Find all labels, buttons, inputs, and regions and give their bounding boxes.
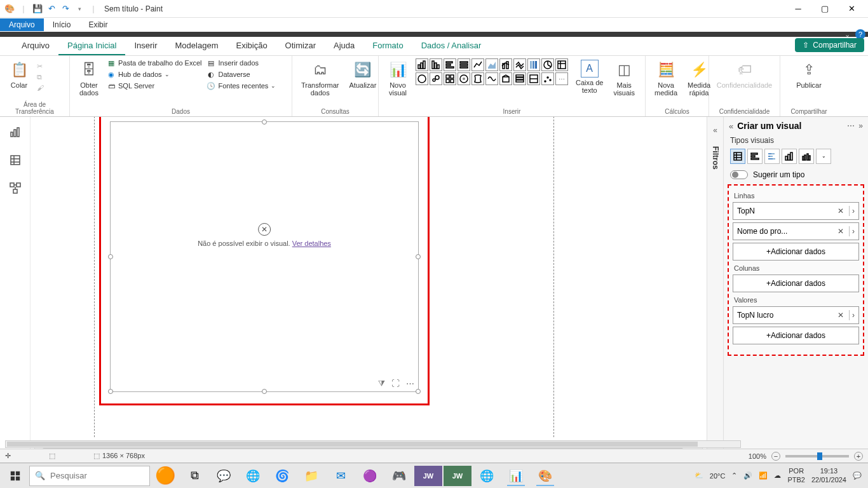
share-button[interactable]: ⇧ Compartilhar: [795, 38, 864, 52]
field-menu-icon[interactable]: ›: [852, 311, 855, 320]
publish-button[interactable]: ⇪ Publicar: [794, 58, 824, 90]
resize-handle[interactable]: [262, 389, 267, 394]
cut-icon[interactable]: ✂: [37, 62, 44, 71]
remove-field-icon[interactable]: ✕: [835, 207, 846, 215]
paint-hscroll[interactable]: [5, 440, 741, 448]
tab-modelagem[interactable]: Modelagem: [166, 37, 227, 55]
discord-icon[interactable]: 🎮: [385, 466, 413, 486]
whatsapp-icon[interactable]: 💬: [210, 466, 238, 486]
text-box-button[interactable]: A Caixa de texto: [573, 58, 606, 95]
transform-data-button[interactable]: 🗂 Transformar dados: [299, 58, 342, 98]
more-visuals-button[interactable]: ◫ Mais visuais: [611, 58, 637, 98]
add-values-button[interactable]: +Adicionar dados: [733, 327, 859, 344]
visual-type-more[interactable]: ⌄: [816, 149, 831, 164]
visual-gallery[interactable]: ⋯: [416, 58, 568, 85]
zoom-slider[interactable]: [785, 455, 849, 458]
resize-handle[interactable]: [108, 254, 113, 259]
tab-arquivo[interactable]: Arquivo: [13, 37, 58, 55]
expand-filters-icon[interactable]: «: [713, 126, 717, 135]
tab-otimizar[interactable]: Otimizar: [276, 37, 325, 55]
get-data-button[interactable]: 🗄 Obter dados: [76, 58, 102, 98]
chrome2-icon[interactable]: 🌐: [473, 466, 501, 486]
field-menu-icon[interactable]: ›: [852, 207, 855, 215]
undo-icon[interactable]: ↶: [46, 3, 57, 15]
error-details-link[interactable]: Ver detalhes: [292, 240, 331, 247]
save-icon[interactable]: 💾: [32, 3, 43, 15]
tray-onedrive-icon[interactable]: ☁: [774, 471, 781, 480]
paste-button[interactable]: 📋 Colar: [6, 58, 32, 90]
close-button[interactable]: ✕: [844, 4, 859, 13]
paint-home-tab[interactable]: Início: [44, 18, 80, 31]
explorer-icon[interactable]: 📁: [297, 466, 325, 486]
tray-network-icon[interactable]: 📶: [759, 471, 768, 480]
remove-field-icon[interactable]: ✕: [835, 227, 846, 236]
filter-icon[interactable]: ⧩: [378, 379, 385, 389]
data-hub-button[interactable]: ◉Hub de dados ⌄: [107, 70, 201, 79]
notifications-icon[interactable]: 💬: [853, 471, 862, 480]
resize-handle[interactable]: [416, 389, 421, 394]
resize-handle[interactable]: [416, 254, 421, 259]
start-button[interactable]: [3, 466, 28, 486]
resize-handle[interactable]: [108, 389, 113, 394]
visual-type-bar[interactable]: [747, 149, 763, 164]
dataverse-button[interactable]: ◐Dataverse: [207, 70, 276, 79]
app-jw-icon[interactable]: JW: [414, 466, 442, 486]
powerbi-icon[interactable]: 📊: [502, 466, 530, 486]
weather-icon[interactable]: ⛅: [695, 471, 703, 480]
outlook-icon[interactable]: ✉: [327, 466, 355, 486]
zoom-in-button[interactable]: +: [854, 452, 863, 461]
paint-file-menu[interactable]: Arquivo: [0, 18, 44, 31]
add-columns-button[interactable]: +Adicionar dados: [733, 274, 859, 292]
paint-view-tab[interactable]: Exibir: [79, 18, 116, 31]
visual-type-stacked-bar[interactable]: [764, 149, 780, 164]
tray-language[interactable]: POR PTB2: [787, 467, 805, 484]
copy-icon[interactable]: ⧉: [37, 73, 44, 81]
tray-clock[interactable]: 19:13 22/01/2024: [811, 467, 846, 484]
taskbar-search[interactable]: 🔍 Pesquisar: [29, 466, 150, 486]
visual-type-column[interactable]: [782, 149, 797, 164]
table-view-icon[interactable]: [9, 154, 22, 166]
field-topn-lucro[interactable]: TopN lucro ✕›: [733, 306, 859, 324]
pane-more-icon[interactable]: ⋯: [847, 121, 855, 130]
copilot-icon[interactable]: 🟣: [356, 466, 384, 486]
tab-formato[interactable]: Formato: [363, 37, 412, 55]
paint-taskbar-icon[interactable]: 🎨: [531, 466, 559, 486]
visual-type-clustered-column[interactable]: [799, 149, 814, 164]
model-view-icon[interactable]: [9, 182, 22, 194]
recent-sources-button[interactable]: 🕓Fontes recentes ⌄: [207, 81, 276, 90]
field-topn[interactable]: TopN ✕›: [733, 202, 859, 220]
pane-expand-icon[interactable]: »: [858, 121, 863, 130]
edge-icon[interactable]: 🌀: [268, 466, 296, 486]
suggest-toggle[interactable]: [730, 170, 748, 179]
visual-type-table[interactable]: [730, 149, 745, 164]
qat-dropdown-icon[interactable]: ▾: [74, 3, 85, 15]
zoom-out-button[interactable]: −: [771, 452, 780, 461]
tab-ajuda[interactable]: Ajuda: [325, 37, 363, 55]
focus-mode-icon[interactable]: ⛶: [391, 379, 400, 389]
tab-pagina-inicial[interactable]: Página Inicial: [58, 37, 125, 55]
collapse-pane-icon[interactable]: «: [729, 121, 733, 131]
excel-workbook-button[interactable]: ▦Pasta de trabalho do Excel: [107, 58, 201, 67]
tab-inserir[interactable]: Inserir: [125, 37, 166, 55]
task-view-icon[interactable]: ⧉: [180, 466, 208, 486]
chrome-icon[interactable]: 🌐: [239, 466, 267, 486]
new-measure-button[interactable]: 🧮 Nova medida: [652, 58, 680, 98]
format-painter-icon[interactable]: 🖌: [37, 84, 44, 92]
cortana-orb-icon[interactable]: 🟠: [151, 466, 179, 486]
remove-field-icon[interactable]: ✕: [835, 311, 846, 320]
tray-chevron-icon[interactable]: ⌃: [731, 471, 737, 480]
resize-handle[interactable]: [262, 119, 267, 125]
report-view-icon[interactable]: [9, 126, 22, 139]
field-menu-icon[interactable]: ›: [852, 227, 855, 236]
add-rows-button[interactable]: +Adicionar dados: [733, 243, 859, 261]
app-jw2-icon[interactable]: JW: [444, 466, 471, 486]
tray-volume-icon[interactable]: 🔊: [743, 471, 752, 480]
maximize-button[interactable]: ▢: [817, 4, 832, 13]
sql-server-button[interactable]: 🗃SQL Server: [107, 81, 201, 90]
more-options-icon[interactable]: ⋯: [406, 379, 414, 389]
redo-icon[interactable]: ↷: [60, 3, 71, 15]
tab-exibicao[interactable]: Exibição: [227, 37, 276, 55]
enter-data-button[interactable]: ▤Inserir dados: [207, 58, 276, 67]
minimize-button[interactable]: ─: [790, 4, 806, 13]
tab-dados-analisar[interactable]: Dados / Analisar: [412, 37, 491, 55]
